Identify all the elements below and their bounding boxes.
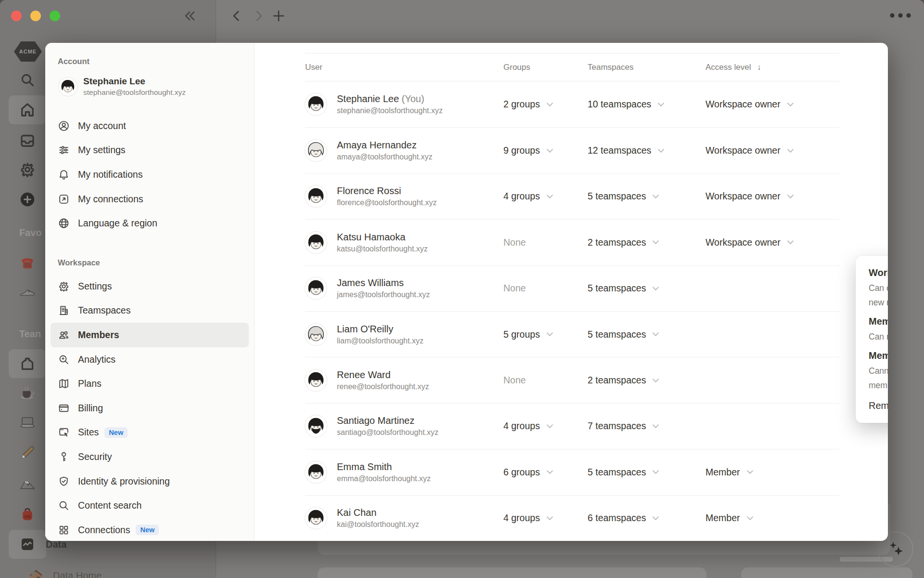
sidebar-item-teamspaces[interactable]: Teamspaces xyxy=(51,299,249,323)
background-rail-icon[interactable] xyxy=(19,72,36,88)
background-rail-icon[interactable] xyxy=(18,282,37,301)
back-icon[interactable] xyxy=(230,9,243,23)
background-rail-icon[interactable] xyxy=(19,506,36,523)
member-name: Florence Rossi xyxy=(337,185,436,197)
column-header-groups[interactable]: Groups xyxy=(503,63,588,72)
background-rail-icon[interactable] xyxy=(19,191,36,208)
groups-cell: None xyxy=(503,237,588,248)
background-rail-icon[interactable] xyxy=(19,384,36,401)
background-rail-icon[interactable] xyxy=(19,254,36,272)
access-level-dropdown[interactable]: Workspace owner xyxy=(706,99,794,110)
menu-option-membership-admin[interactable]: Membership admin Can manage workspace an… xyxy=(869,316,888,344)
teamspaces-dropdown[interactable]: 6 teamspaces xyxy=(588,512,659,524)
menu-option-member[interactable]: Member Cannot change workspace settings … xyxy=(869,350,888,393)
teamspaces-dropdown[interactable]: 7 teamspaces xyxy=(588,420,659,432)
teamspaces-dropdown[interactable]: 5 teamspaces xyxy=(588,467,659,478)
sidebar-item-members[interactable]: Members xyxy=(51,323,249,347)
menu-option-workspace-owner[interactable]: Workspace owner Can change workspace set… xyxy=(869,267,888,310)
table-row: Renee Ward renee@toolsforthought.xyz Non… xyxy=(305,357,839,403)
current-user[interactable]: Stephanie Lee stephanie@toolsforthought.… xyxy=(59,76,186,97)
sidebar-item-my-connections[interactable]: My connections xyxy=(51,187,249,211)
teamspaces-dropdown[interactable]: 5 teamspaces xyxy=(588,283,659,294)
chevron-down-icon xyxy=(546,194,553,199)
background-rail-icon[interactable] xyxy=(18,475,37,493)
sidebar-item-identity-provisioning[interactable]: Identity & provisioning xyxy=(51,469,249,494)
teamspaces-dropdown[interactable]: 5 teamspaces xyxy=(588,329,659,340)
sidebar-item-settings[interactable]: Settings xyxy=(51,274,249,299)
teamspaces-dropdown[interactable]: 10 teamspaces xyxy=(588,99,665,110)
members-panel: User Groups Teamspaces Access level ↓ St… xyxy=(255,43,888,541)
background-rail-icon[interactable] xyxy=(19,161,36,178)
groups-dropdown[interactable]: 4 groups xyxy=(503,512,553,524)
groups-dropdown[interactable]: 6 groups xyxy=(503,467,553,478)
column-header-access-level[interactable]: Access level ↓ xyxy=(706,63,839,72)
teamspaces-dropdown[interactable]: 2 teamspaces xyxy=(588,375,659,386)
sidebar-item-my-account[interactable]: My account xyxy=(51,114,249,138)
access-level-dropdown[interactable]: Member xyxy=(706,467,754,478)
zoom-button[interactable] xyxy=(50,11,60,21)
chevron-down-icon xyxy=(787,240,794,245)
credit-card-icon xyxy=(58,402,70,414)
groups-cell: 4 groups xyxy=(503,512,588,524)
chevron-down-icon xyxy=(652,424,659,429)
teamspaces-cell: 6 teamspaces xyxy=(588,512,706,524)
close-button[interactable] xyxy=(11,11,22,21)
sidebar-item-label: Billing xyxy=(78,403,103,414)
sidebar-item-my-notifications[interactable]: My notifications xyxy=(51,162,249,187)
avatar xyxy=(305,277,327,299)
sidebar-collapse-icon[interactable] xyxy=(182,9,198,23)
teamspaces-dropdown[interactable]: 12 teamspaces xyxy=(588,145,665,156)
sparkles-icon xyxy=(885,538,907,560)
groups-dropdown[interactable]: 5 groups xyxy=(503,329,553,340)
sidebar-item-content-search[interactable]: Content search xyxy=(51,493,249,518)
minimize-button[interactable] xyxy=(30,11,41,21)
groups-dropdown[interactable]: 4 groups xyxy=(503,420,553,432)
sidebar-item-sites[interactable]: SitesNew xyxy=(51,420,249,445)
column-header-teamspaces[interactable]: Teamspaces xyxy=(588,63,706,72)
new-tab-icon[interactable] xyxy=(271,9,286,23)
groups-dropdown[interactable]: 2 groups xyxy=(503,99,553,110)
sidebar-item-my-settings[interactable]: My settings xyxy=(51,138,249,163)
sidebar-item-label: Settings xyxy=(78,281,112,292)
background-rail-icon[interactable] xyxy=(19,132,36,149)
chevron-down-icon xyxy=(546,148,553,153)
groups-dropdown[interactable]: 9 groups xyxy=(503,145,553,156)
chevron-down-icon xyxy=(546,470,553,474)
window-controls xyxy=(11,11,60,21)
remove-from-workspace-option[interactable]: Remove from workspace xyxy=(869,400,888,411)
forward-icon[interactable] xyxy=(253,9,265,23)
sidebar-item-security[interactable]: Security xyxy=(51,445,249,469)
sidebar-item-analytics[interactable]: Analytics xyxy=(51,347,249,372)
background-rail-icon[interactable] xyxy=(18,414,37,432)
background-rail-icon[interactable] xyxy=(18,444,37,462)
workspace-menu: Settings Teamspaces Members Analytics Pl… xyxy=(45,274,254,541)
sidebar-item-language-region[interactable]: Language & region xyxy=(51,211,249,236)
more-menu-icon[interactable] xyxy=(889,13,911,18)
access-level-dropdown[interactable]: Workspace owner xyxy=(706,191,794,202)
background-rail-icon[interactable] xyxy=(19,101,36,118)
teamspaces-dropdown[interactable]: 2 teamspaces xyxy=(588,237,659,248)
chevron-down-icon xyxy=(746,470,754,474)
sidebar-item-billing[interactable]: Billing xyxy=(51,396,249,420)
member-name: Santiago Martinez xyxy=(337,415,438,426)
sidebar-item-label: Plans xyxy=(78,378,102,389)
groups-dropdown[interactable]: 4 groups xyxy=(503,191,553,202)
background-rail-icon[interactable] xyxy=(27,567,45,578)
background-rail-icon[interactable] xyxy=(19,355,36,372)
sidebar-item-plans[interactable]: Plans xyxy=(51,371,249,396)
background-rail-icon[interactable] xyxy=(19,536,36,552)
key-icon xyxy=(58,451,70,463)
sidebar-item-label: Language & region xyxy=(78,218,157,229)
teamspaces-dropdown[interactable]: 5 teamspaces xyxy=(588,191,659,202)
groups-cell: 9 groups xyxy=(503,145,588,156)
user-cell: Amaya Hernandez amaya@toolsforthought.xy… xyxy=(305,140,503,161)
column-header-user[interactable]: User xyxy=(305,63,503,72)
sidebar-item-connections[interactable]: ConnectionsNew xyxy=(51,518,249,541)
access-level-dropdown[interactable]: Workspace owner xyxy=(706,237,794,248)
workspace-heading: Workspace xyxy=(58,258,100,267)
data-home-page-label[interactable]: Data Home xyxy=(53,570,102,578)
access-level-dropdown[interactable]: Workspace owner xyxy=(706,145,794,156)
access-level-dropdown[interactable]: Member xyxy=(706,512,754,524)
member-name: Liam O'Reilly xyxy=(337,324,424,335)
sidebar-item-label: Connections xyxy=(78,525,130,536)
